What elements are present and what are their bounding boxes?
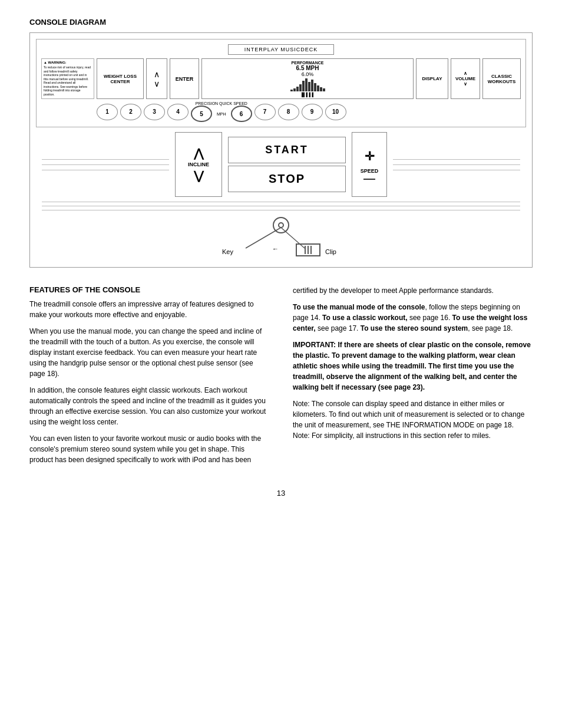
clip-stripe-2 xyxy=(308,246,309,254)
clip-box xyxy=(296,243,320,256)
right-para-4: Note: The console can display speed and … xyxy=(293,398,533,441)
belt-lines xyxy=(36,202,526,210)
weight-loss-center-button[interactable]: WEIGHT LOSSCENTER xyxy=(97,58,144,99)
stop-label: STOP xyxy=(269,172,305,186)
speed-plus-icon: ✛ xyxy=(365,149,375,163)
features-para-1: The treadmill console offers an impressi… xyxy=(29,299,269,320)
bar-2 xyxy=(293,88,296,91)
incline-up-icon: ⋀ xyxy=(194,147,203,159)
performance-grade: 6.0% xyxy=(302,71,314,77)
middle-panel: ⋀ INCLINE ⋁ START STOP ✛ SPEED xyxy=(36,132,526,197)
side-lines-right xyxy=(393,159,520,170)
features-para-2: When you use the manual mode, you can ch… xyxy=(29,326,269,379)
bar-12 xyxy=(323,88,325,91)
bar-10 xyxy=(317,85,319,91)
page-content: CONSOLE DIAGRAM INTERPLAY MUSICDECK ▲ WA… xyxy=(29,18,533,498)
console-diagram-title: CONSOLE DIAGRAM xyxy=(29,18,533,27)
incline-down-icon: ⋁ xyxy=(194,170,203,182)
enter-label: ENTER xyxy=(176,76,194,82)
arrow-up-icon: ∧ xyxy=(154,70,160,79)
right-line-1 xyxy=(393,159,520,160)
right-line-2 xyxy=(393,164,520,165)
clip-stripe-3 xyxy=(310,246,312,254)
features-title: FEATURES OF THE CONSOLE xyxy=(29,285,269,294)
interplay-bar: INTERPLAY MUSICDECK xyxy=(228,44,334,55)
performance-display: PERFORMANCE 6.5 MPH 6.0% xyxy=(201,58,414,99)
side-lines-left xyxy=(42,159,169,170)
bar-7 xyxy=(308,82,310,91)
num-btn-5[interactable]: 5 xyxy=(191,106,212,122)
num-btn-7[interactable]: 7 xyxy=(254,104,276,120)
right-bold-1: To use the manual mode of the console xyxy=(293,303,425,311)
bar-9 xyxy=(314,83,316,91)
bar-chart xyxy=(290,78,325,91)
right-line-3 xyxy=(393,170,520,170)
weight-loss-label: WEIGHT LOSSCENTER xyxy=(104,74,137,84)
num-btn-6[interactable]: 6 xyxy=(231,106,252,122)
features-para-4: You can even listen to your favorite wor… xyxy=(29,433,269,465)
bar-8 xyxy=(311,80,313,91)
performance-title: PERFORMANCE xyxy=(292,61,324,65)
warning-text: To reduce risk of serious injury, read a… xyxy=(44,65,92,96)
right-column: certified by the developer to meet Apple… xyxy=(293,285,533,471)
left-line-2 xyxy=(42,164,169,165)
left-line-1 xyxy=(42,159,169,160)
right-para-1: certified by the developer to meet Apple… xyxy=(293,285,533,296)
belt-line-2 xyxy=(42,206,520,206)
important-text: IMPORTANT: If there are sheets of clear … xyxy=(293,341,531,391)
arrow-down-icon: ∨ xyxy=(154,79,160,88)
display-label: DISPLAY xyxy=(422,76,442,81)
belt-line-3 xyxy=(42,210,520,210)
bar-chart-label: ▐▌▌▌▌ xyxy=(300,93,315,97)
incline-label: INCLINE xyxy=(188,162,209,167)
right-para-2: To use the manual mode of the console, f… xyxy=(293,302,533,334)
left-column: FEATURES OF THE CONSOLE The treadmill co… xyxy=(29,285,269,471)
clip-label: Clip xyxy=(325,248,336,255)
bar-11 xyxy=(320,87,322,91)
bar-1 xyxy=(290,90,293,91)
top-panel: INTERPLAY MUSICDECK ▲ WARNING: To reduce… xyxy=(36,39,526,127)
incline-section: ⋀ INCLINE ⋁ xyxy=(175,132,222,197)
enter-button[interactable]: ENTER xyxy=(170,58,199,99)
performance-speed: 6.5 MPH xyxy=(296,65,319,71)
two-column-section: FEATURES OF THE CONSOLE The treadmill co… xyxy=(29,285,533,471)
key-arrow: ← xyxy=(272,245,279,252)
bar-5 xyxy=(302,81,305,91)
classic-workouts-button[interactable]: CLASSICWORKOUTS xyxy=(482,58,521,99)
classic-workouts-label: CLASSICWORKOUTS xyxy=(488,74,516,84)
features-para-3: In addition, the console features eight … xyxy=(29,385,269,427)
bar-6 xyxy=(305,78,308,91)
num-btn-9[interactable]: 9 xyxy=(302,104,323,120)
display-button[interactable]: DISPLAY xyxy=(416,58,448,99)
right-bold-2: To use a classic workout, xyxy=(322,314,408,322)
page-number: 13 xyxy=(29,489,533,498)
speed-label: SPEED xyxy=(361,168,379,174)
key-label: Key xyxy=(222,248,233,255)
left-line-3 xyxy=(42,170,169,170)
speed-section: ✛ SPEED xyxy=(352,132,387,197)
start-label: START xyxy=(265,144,309,156)
num-btn-3[interactable]: 3 xyxy=(144,104,165,120)
arrows-button[interactable]: ∧ ∨ xyxy=(146,58,167,99)
right-bold-4: To use the stereo sound system xyxy=(361,324,468,332)
volume-button[interactable]: ∧ VOLUME ∨ xyxy=(451,58,480,99)
num-btn-8[interactable]: 8 xyxy=(278,104,299,120)
num-btn-1[interactable]: 1 xyxy=(97,104,118,120)
start-stop-section: START STOP xyxy=(228,137,346,192)
warning-title: ▲ WARNING: xyxy=(44,61,92,64)
volume-up-icon: ∧ xyxy=(464,71,467,76)
bar-3 xyxy=(296,87,299,91)
num-btn-4[interactable]: 4 xyxy=(167,104,189,120)
control-row: ▲ WARNING: To reduce risk of serious inj… xyxy=(41,58,521,99)
right-para-3: IMPORTANT: If there are sheets of clear … xyxy=(293,340,533,393)
num-btn-2[interactable]: 2 xyxy=(120,104,141,120)
volume-down-icon: ∨ xyxy=(464,81,467,87)
num-btn-10[interactable]: 10 xyxy=(325,104,346,120)
key-clip-section: Key ← Clip xyxy=(36,214,526,261)
start-button[interactable]: START xyxy=(228,137,346,163)
mph-label: MPH xyxy=(217,112,226,116)
bar-4 xyxy=(299,84,302,91)
stop-button[interactable]: STOP xyxy=(228,166,346,192)
clip-stripe-1 xyxy=(305,246,306,254)
warning-box: ▲ WARNING: To reduce risk of serious inj… xyxy=(41,58,94,99)
